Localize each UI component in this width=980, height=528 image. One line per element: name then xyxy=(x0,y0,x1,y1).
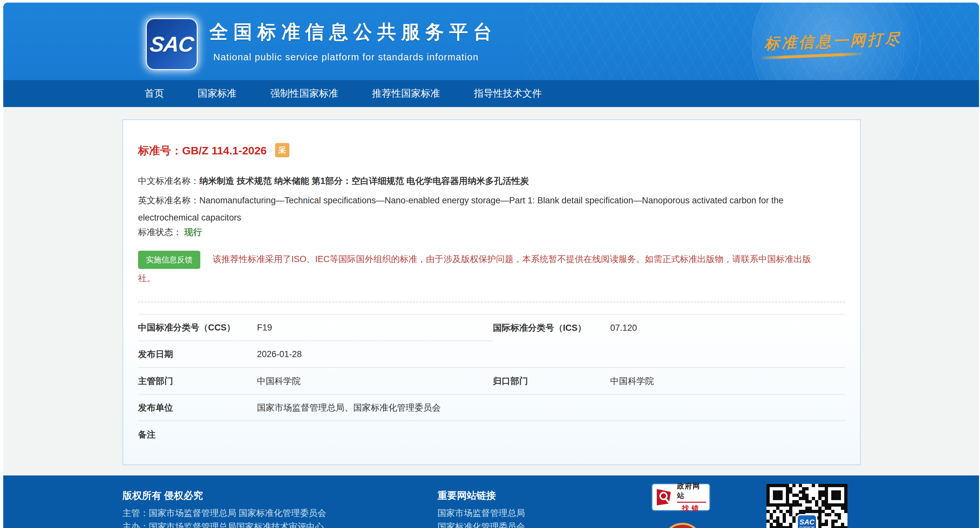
ccs-cell: 中国标准分类号（CCS） F19 xyxy=(138,314,493,341)
table-row-departments: 主管部门 中国科学院 归口部门 中国科学院 xyxy=(138,368,845,395)
en-name-label: 英文标准名称： xyxy=(138,196,199,205)
issuing-unit-cell: 发布单位 国家市场监督管理总局、国家标准化管理委员会 xyxy=(138,395,845,420)
nav-item-home[interactable]: 首页 xyxy=(145,87,164,100)
implementation-feedback-button[interactable]: 实施信息反馈 xyxy=(138,251,200,269)
cn-name-value: 纳米制造 技术规范 纳米储能 第1部分：空白详细规范 电化学电容器用纳米多孔活性… xyxy=(199,176,529,186)
adopted-badge: 采 xyxy=(275,143,290,157)
footer-link-sac[interactable]: 国家标准化管理委员会 xyxy=(438,521,525,528)
footer-links-title: 重要网站链接 xyxy=(438,489,496,502)
centralized-dept-cell: 归口部门 中国科学院 xyxy=(493,368,845,394)
standard-number-value: GB/Z 114.1-2026 xyxy=(182,144,267,156)
en-name-row: 英文标准名称：Nanomanufacturing—Technical speci… xyxy=(138,192,809,227)
sac-logo-text: SAC xyxy=(149,32,194,56)
nav-item-mandatory-standards[interactable]: 强制性国家标准 xyxy=(270,87,338,100)
dashed-divider xyxy=(138,301,845,302)
ccs-value: F19 xyxy=(257,323,272,333)
site-subtitle: National public service platform for sta… xyxy=(213,52,479,62)
page-body: 标准号：GB/Z 114.1-2026采 中文标准名称：纳米制造 技术规范 纳米… xyxy=(3,107,979,475)
ics-label: 国际标准分类号（ICS） xyxy=(493,322,610,334)
standard-info-table: 中国标准分类号（CCS） F19 国际标准分类号（ICS） 07.120 发布日… xyxy=(138,314,845,464)
ics-value: 07.120 xyxy=(610,323,637,333)
gov-seal-badge xyxy=(662,523,703,528)
nav-item-guiding-documents[interactable]: 指导性技术文件 xyxy=(474,87,542,100)
gov-site-error-report-badge[interactable]: 政府网站 找错 xyxy=(651,483,710,511)
competent-dept-value: 中国科学院 xyxy=(257,375,301,387)
footer-organizer-line: 主办：国家市场监督管理总局国家标准技术审评中心 xyxy=(123,521,324,528)
standard-number-row: 标准号：GB/Z 114.1-2026采 xyxy=(138,144,290,159)
ics-cell: 国际标准分类号（ICS） 07.120 xyxy=(493,314,845,341)
qr-code: SAC 中国标准 xyxy=(767,484,848,528)
site-header: SAC 全国标准信息公共服务平台 National public service… xyxy=(3,3,979,80)
publish-date-label: 发布日期 xyxy=(138,348,257,360)
footer-link-samr[interactable]: 国家市场监督管理总局 xyxy=(438,507,525,519)
centralized-dept-value: 中国科学院 xyxy=(610,375,654,387)
remark-label: 备注 xyxy=(138,429,257,440)
site-footer: 版权所有 侵权必究 主管：国家市场监督管理总局 国家标准化管理委员会 主办：国家… xyxy=(3,475,979,528)
qr-logo-cn-text: 中国标准 xyxy=(799,526,815,528)
error-report-badge-line1: 政府网站 xyxy=(677,481,706,501)
status-label: 标准状态： xyxy=(138,227,182,237)
issuing-unit-label: 发布单位 xyxy=(138,402,257,413)
competent-dept-label: 主管部门 xyxy=(138,375,257,387)
competent-dept-cell: 主管部门 中国科学院 xyxy=(138,368,493,394)
en-name-value: Nanomanufacturing—Technical specificatio… xyxy=(138,196,784,222)
table-row-issuing-unit: 发布单位 国家市场监督管理总局、国家标准化管理委员会 xyxy=(138,395,845,421)
copyright-notice-row: 实施信息反馈该推荐性标准采用了ISO、IEC等国际国外组织的标准，由于涉及版权保… xyxy=(138,250,825,288)
publish-date-cell: 发布日期 2026-01-28 xyxy=(138,341,493,367)
nav-item-national-standards[interactable]: 国家标准 xyxy=(198,87,237,100)
table-row-remark: 备注 xyxy=(138,421,845,464)
copyright-notice-text: 该推荐性标准采用了ISO、IEC等国际国外组织的标准，由于涉及版权保护问题，本系… xyxy=(138,254,811,283)
qr-center-sac-logo: SAC 中国标准 xyxy=(797,514,817,528)
sac-logo[interactable]: SAC xyxy=(146,18,198,70)
error-report-badge-text: 政府网站 找错 xyxy=(677,481,706,514)
qr-logo-sac-text: SAC xyxy=(800,518,815,526)
standard-number-label: 标准号： xyxy=(138,144,182,156)
footer-copyright-title: 版权所有 侵权必究 xyxy=(123,489,203,502)
main-nav: 首页 国家标准 强制性国家标准 推荐性国家标准 指导性技术文件 xyxy=(3,80,979,107)
error-report-badge-line2: 找错 xyxy=(682,504,701,514)
issuing-unit-value: 国家市场监督管理总局、国家标准化管理委员会 xyxy=(257,402,441,413)
table-row-publish-date: 发布日期 2026-01-28 xyxy=(138,341,845,368)
cn-name-label: 中文标准名称： xyxy=(138,176,199,186)
error-report-badge-divider xyxy=(677,502,706,503)
publish-date-value: 2026-01-28 xyxy=(257,349,302,359)
error-report-flag-icon xyxy=(655,487,675,507)
status-row: 标准状态：现行 xyxy=(138,227,202,238)
footer-supervisor-line: 主管：国家市场监督管理总局 国家标准化管理委员会 xyxy=(123,507,326,519)
status-value: 现行 xyxy=(185,227,202,237)
centralized-dept-label: 归口部门 xyxy=(493,375,610,387)
cn-name-row: 中文标准名称：纳米制造 技术规范 纳米储能 第1部分：空白详细规范 电化学电容器… xyxy=(138,175,529,187)
table-row-classification: 中国标准分类号（CCS） F19 国际标准分类号（ICS） 07.120 xyxy=(138,314,845,341)
nav-item-recommended-standards[interactable]: 推荐性国家标准 xyxy=(372,87,440,100)
site-title: 全国标准信息公共服务平台 xyxy=(209,19,497,45)
standard-detail-card: 标准号：GB/Z 114.1-2026采 中文标准名称：纳米制造 技术规范 纳米… xyxy=(123,120,861,465)
ccs-label: 中国标准分类号（CCS） xyxy=(138,322,257,333)
